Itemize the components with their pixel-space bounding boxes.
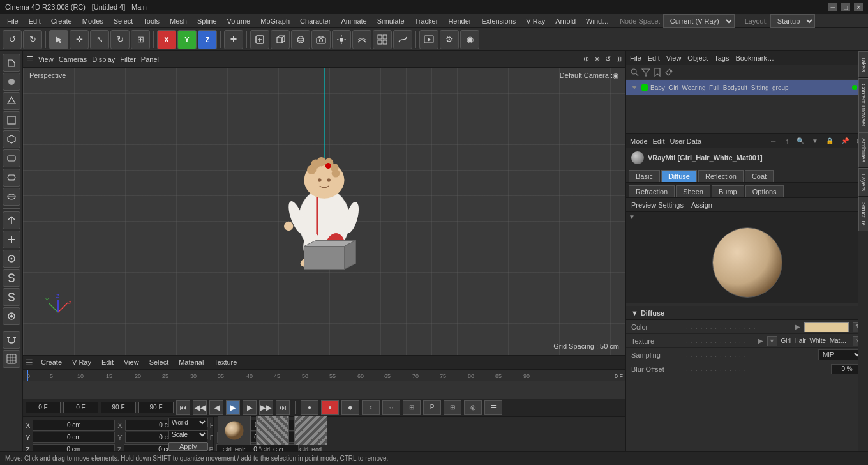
left-tool-circle[interactable] bbox=[3, 250, 20, 268]
transform-type-dropdown[interactable]: Scale Position Rotation bbox=[168, 430, 208, 439]
attr-subtab-options[interactable]: Options bbox=[745, 185, 784, 197]
vtab-content-browser[interactable]: Content Browser bbox=[858, 78, 868, 132]
timeline-mode3[interactable]: ⊞ bbox=[403, 400, 421, 415]
timeline-mode6[interactable]: ◎ bbox=[464, 400, 482, 415]
menu-file[interactable]: File bbox=[3, 16, 23, 26]
attr-edit[interactable]: Edit bbox=[653, 137, 665, 145]
vtab-structure[interactable]: Structure bbox=[858, 197, 868, 232]
diffuse-header[interactable]: ▼ Diffuse bbox=[626, 306, 868, 320]
menu-create[interactable]: Create bbox=[47, 16, 77, 26]
attr-user-data[interactable]: User Data bbox=[670, 137, 702, 145]
world-mode-dropdown[interactable]: World Object bbox=[168, 418, 208, 427]
menu-simulate[interactable]: Simulate bbox=[373, 16, 409, 26]
color-value-box[interactable] bbox=[804, 322, 849, 332]
texture-arrow[interactable]: ▶ bbox=[758, 337, 763, 344]
tl-texture[interactable]: Texture bbox=[211, 358, 239, 367]
attr-tab-reflection[interactable]: Reflection bbox=[698, 170, 744, 182]
spline-btn[interactable] bbox=[393, 30, 412, 49]
menu-tools[interactable]: Tools bbox=[138, 16, 164, 26]
timeline-menu-icon[interactable]: ☰ bbox=[26, 358, 33, 367]
tl-create[interactable]: Create bbox=[38, 358, 64, 367]
menu-character[interactable]: Character bbox=[296, 16, 335, 26]
left-tool-3[interactable] bbox=[3, 92, 20, 110]
vp-filter-menu[interactable]: Filter bbox=[120, 56, 135, 63]
axis-y-btn[interactable]: Y bbox=[177, 30, 197, 49]
interactive-render-btn[interactable]: ◉ bbox=[460, 30, 479, 49]
left-tool-circle2[interactable] bbox=[3, 307, 20, 325]
timeline-mode2[interactable]: ↔ bbox=[382, 400, 400, 415]
attr-pin-btn[interactable]: 📌 bbox=[841, 137, 849, 144]
render-btn[interactable] bbox=[419, 30, 438, 49]
menu-vray[interactable]: V-Ray bbox=[521, 16, 550, 26]
left-tool-4[interactable] bbox=[3, 111, 20, 129]
menu-spline[interactable]: Spline bbox=[193, 16, 221, 26]
maximize-btn[interactable]: □ bbox=[841, 3, 850, 11]
left-tool-6[interactable] bbox=[3, 149, 20, 167]
next-frame-btn[interactable]: ▶ bbox=[243, 400, 257, 415]
record-btn[interactable]: ● bbox=[321, 400, 339, 415]
anim-end-input[interactable] bbox=[138, 402, 174, 413]
obj-edit[interactable]: Edit bbox=[648, 54, 660, 62]
play-btn[interactable]: ▶ bbox=[226, 400, 240, 415]
menu-modes[interactable]: Modes bbox=[78, 16, 108, 26]
obj-file[interactable]: File bbox=[630, 54, 641, 62]
menu-mograph[interactable]: MoGraph bbox=[256, 16, 294, 26]
attr-subtab-bump[interactable]: Bump bbox=[712, 185, 744, 197]
left-tool-2[interactable] bbox=[3, 73, 20, 91]
next-key-btn[interactable]: ▶▶ bbox=[259, 400, 273, 415]
obj-tags[interactable]: Tags bbox=[714, 54, 729, 62]
attr-tab-coat[interactable]: Coat bbox=[745, 170, 774, 182]
render-settings-btn[interactable]: ⚙ bbox=[440, 30, 459, 49]
left-tool-plus[interactable] bbox=[3, 231, 20, 248]
add-object-btn[interactable]: + bbox=[224, 30, 243, 49]
material-item-body[interactable]: Girl_Bod bbox=[294, 416, 327, 452]
scale-tool-btn[interactable]: ⤡ bbox=[90, 30, 109, 49]
vp-menu-icon[interactable]: ☰ bbox=[27, 55, 33, 63]
select-tool-btn[interactable] bbox=[49, 30, 68, 49]
left-tool-grid[interactable] bbox=[3, 350, 20, 368]
left-tool-arrow[interactable] bbox=[3, 211, 20, 229]
menu-wind[interactable]: Wind… bbox=[581, 16, 613, 26]
assign-btn[interactable]: Assign bbox=[691, 201, 712, 209]
layout-dropdown[interactable]: Startup bbox=[770, 14, 815, 28]
prev-frame-btn[interactable]: ◀ bbox=[209, 400, 223, 415]
left-tool-1[interactable] bbox=[3, 54, 20, 72]
left-tool-7[interactable] bbox=[3, 169, 20, 187]
attr-tab-basic[interactable]: Basic bbox=[629, 170, 660, 182]
vtab-layers[interactable]: Layers bbox=[858, 168, 868, 197]
auto-key-btn[interactable]: ● bbox=[301, 400, 318, 415]
minimize-btn[interactable]: ─ bbox=[828, 3, 837, 11]
attr-lock-btn[interactable]: 🔒 bbox=[826, 137, 834, 144]
key-mode-btn[interactable]: ◆ bbox=[341, 400, 359, 415]
left-tool-s2[interactable] bbox=[3, 288, 20, 306]
x-pos-input[interactable] bbox=[33, 420, 115, 431]
vtab-attributes[interactable]: Attributes bbox=[858, 132, 868, 168]
tl-vray[interactable]: V-Ray bbox=[70, 358, 94, 367]
undo-btn[interactable]: ↺ bbox=[3, 30, 22, 49]
obj-object[interactable]: Object bbox=[687, 54, 708, 62]
texture-dropdown-btn[interactable]: ▼ bbox=[767, 336, 777, 346]
timeline-mode5[interactable]: ⊞ bbox=[444, 400, 461, 415]
start-frame-input[interactable] bbox=[26, 402, 61, 413]
left-tool-magnet[interactable] bbox=[3, 331, 20, 349]
tl-select[interactable]: Select bbox=[147, 358, 172, 367]
attr-up-btn[interactable]: ↑ bbox=[785, 137, 789, 146]
menu-arnold[interactable]: Arnold bbox=[551, 16, 580, 26]
menu-render[interactable]: Render bbox=[444, 16, 475, 26]
end-frame-input[interactable] bbox=[101, 402, 136, 413]
z-pos-input[interactable] bbox=[33, 444, 115, 451]
light-btn[interactable] bbox=[332, 30, 351, 49]
sphere-btn[interactable] bbox=[291, 30, 310, 49]
current-frame-input[interactable] bbox=[63, 402, 98, 413]
attr-subtab-sheen[interactable]: Sheen bbox=[676, 185, 710, 197]
last-frame-btn[interactable]: ⏭ bbox=[276, 400, 290, 415]
apply-button[interactable]: Apply bbox=[168, 442, 208, 451]
vp-cameras-menu[interactable]: Cameras bbox=[59, 56, 87, 63]
obj-bookmark[interactable]: Bookmark… bbox=[735, 54, 774, 62]
null-btn[interactable] bbox=[250, 30, 269, 49]
first-frame-btn[interactable]: ⏮ bbox=[176, 400, 190, 415]
axis-x-btn[interactable]: X bbox=[157, 30, 176, 49]
vis-dot-1[interactable] bbox=[852, 85, 857, 90]
menu-volume[interactable]: Volume bbox=[223, 16, 255, 26]
tl-view[interactable]: View bbox=[121, 358, 142, 367]
